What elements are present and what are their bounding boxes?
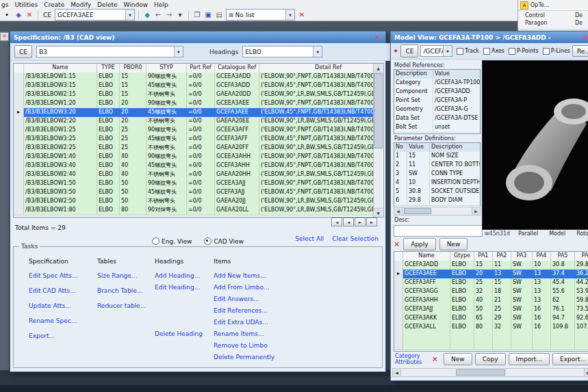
element-combo[interactable]: GCEFA3AEE ▼ — [55, 9, 135, 21]
reset-button[interactable]: Re... — [572, 45, 588, 57]
link-clear-selection[interactable]: Clear Selection — [332, 235, 379, 242]
view-label-model[interactable]: Model — [549, 231, 565, 237]
table-row[interactable]: GCEFA3ALLELBO8032SW16109.8107.4 — [394, 323, 588, 332]
menu-item-create[interactable]: Create — [44, 1, 64, 8]
scroll-left-icon[interactable]: ◀ — [393, 369, 401, 376]
table-row[interactable] — [394, 332, 588, 341]
new-button[interactable]: New — [439, 238, 468, 250]
module-row[interactable]: ControlDe — [518, 11, 588, 18]
scroll-thumb[interactable] — [456, 369, 505, 376]
desc-input[interactable] — [394, 225, 483, 237]
module-panel-title[interactable]: OpTe... — [531, 2, 549, 8]
task-link-update-atts[interactable]: Update Atts... — [29, 302, 97, 309]
task-link-rename-spec[interactable]: Rename Spec... — [29, 317, 97, 324]
task-link-edit-cad-atts[interactable]: Edit CAD Atts... — [29, 287, 97, 294]
menu-item-delete[interactable]: Delete — [97, 1, 118, 8]
horizontal-scrollbar[interactable]: ◀ ▶ — [394, 207, 481, 215]
task-link-reducer-table[interactable]: Reducer table... — [97, 302, 155, 309]
scroll-right-icon[interactable]: ▶ — [472, 207, 480, 215]
forward-icon[interactable]: → — [164, 10, 174, 20]
table-row[interactable]: /B3/B3ELBOW2:15ELBO15不锈钢弯头=0/0GAEAA20DD(… — [14, 90, 373, 99]
task-link-add-from-limbo[interactable]: Add From Limbo... — [214, 284, 296, 291]
back-icon[interactable]: ← — [153, 10, 163, 20]
task-link-edit-extra-udas[interactable]: Edit Extra UDAs... — [214, 319, 296, 326]
table-row[interactable]: ▸GCEFA3AEEELBO2013SW1337.436.2 — [394, 270, 588, 278]
close-icon[interactable]: ✕ — [373, 34, 382, 42]
menu-item-gs[interactable]: gs — [1, 1, 8, 8]
table-row[interactable]: /B3/B3ELBOW1:80ELBO8090对焊弯头=0/0GAEAA20LL… — [14, 206, 373, 215]
button-import[interactable]: Import... — [509, 353, 550, 365]
task-link-export[interactable]: Export... — [29, 332, 97, 339]
task-link-rename-items[interactable]: Rename Items... — [214, 330, 296, 337]
table-row[interactable] — [394, 341, 588, 350]
scroll-down-icon[interactable]: ▼ — [374, 208, 383, 217]
table-row[interactable]: 629.8BODY DIAM — [394, 196, 480, 205]
clear-icon[interactable]: ✕ — [394, 240, 400, 249]
scroll-thumb[interactable] — [404, 208, 431, 214]
category-attributes-link[interactable]: Category Attributes — [395, 353, 426, 365]
table-row[interactable]: ▸/B3/B3ELBOW3:20ELBO2045螺纹弯头=0/0GCEFA3AE… — [14, 108, 373, 117]
task-link-branch-table[interactable]: Branch Table... — [97, 287, 155, 294]
horizontal-scrollbar[interactable]: ◀ ▶ — [392, 368, 588, 377]
task-link-delete-heading[interactable]: Delete Heading — [155, 330, 214, 337]
table-row[interactable]: 211CENTER TO BOTTOM OF FACE — [394, 161, 480, 170]
checkbox-track[interactable]: Track — [457, 48, 479, 55]
table-row[interactable]: GCEFA3AHHELBO4021SW136259.8 — [394, 296, 588, 305]
dropdown-icon[interactable]: ▼ — [285, 10, 294, 20]
spec-combo[interactable]: B3 ▼ — [36, 46, 183, 57]
view-label-parallel[interactable]: Parallel — [518, 231, 538, 237]
table-row[interactable]: /B3/B3ELBOW2:25ELBO25不锈钢弯头=0/0GAEAA20FF(… — [14, 144, 373, 153]
spec-title-bar[interactable]: Specification: /B3 (CAD view) ✕ — [10, 31, 385, 43]
module-row[interactable]: ParagonDe — [518, 18, 588, 26]
save-icon[interactable]: ▣ — [203, 10, 213, 20]
table-row[interactable]: Data Set/GCEFA3A-DTSE — [394, 114, 480, 123]
apply-button[interactable]: Apply — [403, 238, 435, 250]
table-row[interactable]: 115NOM SIZE — [394, 152, 480, 161]
task-link-add-new-items[interactable]: Add New Items... — [214, 272, 296, 279]
table-row[interactable]: /B3/B3ELBOW2:50ELBO50不锈钢弯头=0/0GAEAA20JJ(… — [14, 197, 373, 206]
link-select-all[interactable]: Select All — [295, 235, 324, 242]
vertical-scrollbar[interactable]: ▲ ▼ — [373, 64, 383, 217]
close-icon[interactable]: ✕ — [581, 34, 588, 42]
table-row[interactable]: Component/GCEFA3ADD — [394, 88, 480, 96]
table-row[interactable]: /B3/B3ELBOW3:50ELBO5045螺纹弯头=0/0GCEFA3AJJ… — [14, 188, 373, 197]
scroll-up-icon[interactable]: ▲ — [374, 64, 383, 73]
table-row[interactable]: /B3/B3ELBOW3:40ELBO4045螺纹弯头=0/0GCEFA3AHH… — [14, 161, 373, 170]
table-row[interactable]: /B3/B3ELBOW1:40ELBO4090螺纹弯头=0/0GCEEA3AHH… — [14, 153, 373, 161]
table-row[interactable]: GCEFA3AKKELBO6529SW1694.792.6 — [394, 314, 588, 323]
task-link-edit-answers[interactable]: Edit Answers... — [214, 296, 296, 302]
scroll-left-icon[interactable]: ◀ — [394, 207, 402, 215]
close-list-icon[interactable]: ✕ — [297, 10, 307, 20]
table-row[interactable]: GCEFA3ADDELBO1511SW1030.829.8 — [394, 261, 588, 270]
table-row[interactable]: /B3/B3ELBOW1:25ELBO2590螺纹弯头=0/0GCEEA3AFF… — [14, 126, 373, 135]
menu-item-window[interactable]: Window — [124, 1, 149, 8]
model-title-bar[interactable]: Model View: GCEFA3A-TP100 > /GCEFA3ADD -… — [391, 31, 588, 43]
menu-item-utilities[interactable]: Utilities — [14, 1, 38, 8]
table-row[interactable]: GCEFA3AFFELBO2515SW1345.444.2 — [394, 278, 588, 287]
delete-icon[interactable]: ✕ — [25, 10, 34, 20]
scroll-thumb[interactable] — [374, 73, 383, 148]
grid-icon[interactable]: ▤ — [214, 10, 224, 20]
button-copy[interactable]: Copy — [475, 353, 506, 365]
list-combo[interactable]: ▦ No list ▼ — [226, 9, 295, 21]
view-label-rotate[interactable]: Rotate — [576, 231, 588, 237]
task-link-edit-references[interactable]: Edit References... — [214, 307, 296, 314]
prev-record-icon[interactable]: ◄ — [343, 218, 354, 226]
find-icon[interactable]: ◈ — [14, 10, 23, 20]
table-row[interactable]: 3SWCONN TYPE — [394, 170, 480, 179]
table-row[interactable]: /B3/B3ELBOW2:20ELBO20不锈钢弯头=0/0GAEAA20EE(… — [14, 117, 373, 126]
nav-dropdown-icon[interactable]: ▾ — [175, 10, 185, 20]
task-link-add-heading[interactable]: Add Heading... — [155, 272, 214, 279]
ce-button[interactable]: CE — [400, 44, 418, 57]
dock-close-icon[interactable]: ✕ — [0, 32, 9, 41]
category-combo[interactable]: /GCEFA3A-TP100 ▼ — [420, 45, 452, 57]
task-link-edit-heading[interactable]: Edit Heading... — [155, 284, 214, 291]
menu-item-help[interactable]: Help — [154, 1, 168, 8]
delete-icon[interactable]: ✕ — [432, 355, 438, 364]
table-row[interactable]: GCEFA3AJJELBO5025SW1676.173.5 — [394, 305, 588, 314]
table-row[interactable]: /B3/B3ELBOW2:40ELBO40不锈钢弯头=0/0GAEAA20HH(… — [14, 170, 373, 179]
dropdown-icon[interactable]: ▼ — [125, 10, 134, 20]
task-link-edit-spec-atts[interactable]: Edit Spec Atts... — [29, 272, 97, 279]
table-row[interactable]: /B3/B3ELBOW3:15ELBO1545螺纹弯头=0/0GCEFA3ADD… — [14, 81, 373, 90]
table-row[interactable]: /B3/B3ELBOW1:15ELBO1590螺纹弯头=0/0GCEEA3ADD… — [14, 73, 373, 81]
